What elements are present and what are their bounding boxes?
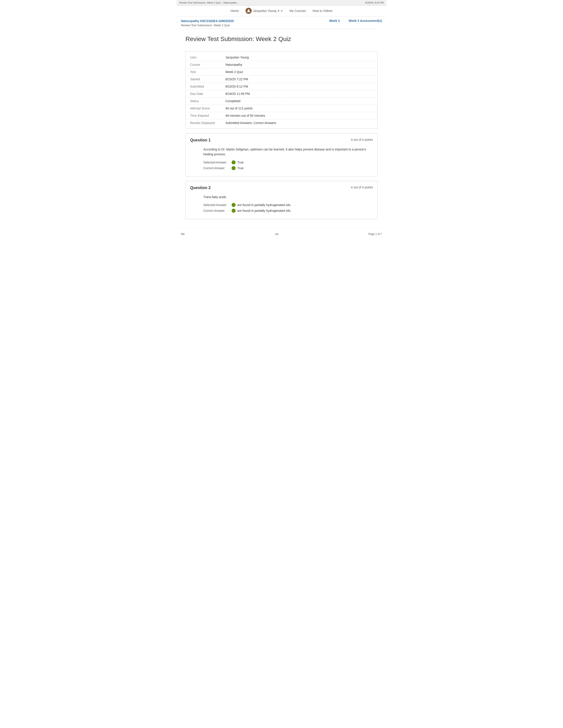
info-value-user: Jacquelyn Young [225, 56, 249, 59]
info-row-course: Course Naturopathy [186, 61, 377, 68]
selected-answer-label-2: Selected Answer: [203, 203, 230, 207]
info-value-status: Completed [225, 99, 240, 103]
browser-bar: Review Test Submission: Week 2 Quiz – Na… [177, 0, 386, 6]
info-row-submitted: Submitted 8/15/20 8:12 PM [186, 83, 377, 90]
info-value-submitted: 8/15/20 8:12 PM [225, 85, 248, 88]
info-value-course: Naturopathy [225, 63, 242, 66]
top-navigation: Home Jacquelyn Young 4 ▼ My Courses How … [177, 6, 386, 16]
breadcrumb: Naturopathy HSC3182E4-108032020 Review T… [177, 16, 386, 29]
question-1-text: According to Dr. Martin Seligman, optimi… [203, 147, 373, 157]
question-2-title: Question 2 [190, 186, 211, 190]
selected-answer-label-1: Selected Answer: [203, 161, 230, 164]
question-1-section: Question 1 4 out of 4 points According t… [185, 133, 378, 176]
breadcrumb-sub: Review Test Submission: Week 2 Quiz [181, 23, 247, 27]
info-label-results-displayed: Results Displayed [190, 121, 225, 125]
info-row-user: User Jacquelyn Young [186, 54, 377, 61]
breadcrumb-course[interactable]: Naturopathy HSC3182E4-108032020 [181, 19, 234, 23]
browser-title: Review Test Submission: Week 2 Quiz – Na… [179, 1, 239, 4]
info-row-test: Test Week 2 Quiz [186, 68, 377, 76]
info-value-results-displayed: Submitted Answers, Correct Answers [225, 121, 276, 125]
info-row-status: Status Completed [186, 98, 377, 105]
info-value-due-date: 8/16/20 11:59 PM [225, 92, 250, 96]
footer-center: ive [275, 233, 278, 236]
question-1-selected-answer: Selected Answer: ✓ True [203, 160, 373, 164]
info-label-attempt-score: Attempt Score [190, 107, 225, 110]
correct-answer-label-2: Correct Answer: [203, 209, 230, 212]
browser-datetime: 8/28/20, 8:20 PM [365, 1, 384, 4]
footer-left: file: [181, 233, 185, 236]
correct-answer-label-1: Correct Answer: [203, 166, 230, 170]
question-2-selected-answer: Selected Answer: ✓ are found in partiall… [203, 203, 373, 207]
user-name: Jacquelyn Young [253, 9, 276, 13]
breadcrumb-week[interactable]: Week 2 [329, 19, 340, 23]
footer: file: ive Page 1 of 7 [177, 228, 386, 240]
info-label-submitted: Submitted [190, 85, 225, 88]
info-label-status: Status [190, 99, 225, 103]
info-label-started: Started [190, 77, 225, 81]
question-2-header: Question 2 4 out of 4 points [190, 186, 373, 190]
info-value-time-elapsed: 49 minutes out of 50 minutes [225, 114, 265, 117]
correct-check-icon-2: ✓ [231, 203, 235, 207]
question-2-text: Trans-fatty acids [203, 195, 373, 199]
page-title: Review Test Submission: Week 2 Quiz [177, 29, 386, 47]
info-label-course: Course [190, 63, 225, 66]
correct-answer-value-2: are found in partially hydrogenated oils… [237, 209, 291, 212]
info-row-started: Started 8/15/20 7:22 PM [186, 76, 377, 83]
correct-check-icon-1: ✓ [231, 160, 235, 164]
info-table: User Jacquelyn Young Course Naturopathy … [185, 51, 378, 129]
nav-home[interactable]: Home [230, 9, 239, 13]
breadcrumb-left: Naturopathy HSC3182E4-108032020 Review T… [181, 19, 247, 27]
question-1-points: 4 out of 4 points [351, 138, 373, 141]
info-label-test: Test [190, 70, 225, 74]
question-1-body: According to Dr. Martin Seligman, optimi… [190, 147, 373, 170]
nav-my-courses[interactable]: My Courses [290, 9, 306, 13]
user-info: Jacquelyn Young 4 ▼ [245, 8, 283, 14]
selected-answer-value-1: True [237, 161, 243, 164]
question-2-points: 4 out of 4 points [351, 186, 373, 189]
breadcrumb-right: Week 2 Week 2 Assessment(s) [329, 19, 382, 23]
info-value-started: 8/15/20 7:22 PM [225, 77, 248, 81]
svg-point-0 [248, 9, 249, 11]
question-2-body: Trans-fatty acids Selected Answer: ✓ are… [190, 195, 373, 213]
footer-right: Page 1 of 7 [369, 233, 382, 236]
question-2-correct-answer: Correct Answer: ✓ are found in partially… [203, 209, 373, 213]
info-value-attempt-score: 94 out of 112 points [225, 107, 252, 110]
correct-check-icon-1b: ✓ [231, 166, 235, 170]
question-1-header: Question 1 4 out of 4 points [190, 138, 373, 143]
info-row-results-displayed: Results Displayed Submitted Answers, Cor… [186, 119, 377, 126]
question-1-correct-answer: Correct Answer: ✓ True [203, 166, 373, 170]
nav-how-to-videos[interactable]: How to Videos [313, 9, 333, 13]
question-1-title: Question 1 [190, 138, 211, 143]
user-badge: 4 [277, 9, 279, 13]
info-label-due-date: Due Date [190, 92, 225, 96]
correct-check-icon-2b: ✓ [231, 209, 235, 213]
info-label-time-elapsed: Time Elapsed [190, 114, 225, 117]
info-row-time-elapsed: Time Elapsed 49 minutes out of 50 minute… [186, 112, 377, 119]
info-row-due-date: Due Date 8/16/20 11:59 PM [186, 90, 377, 98]
info-row-attempt-score: Attempt Score 94 out of 112 points [186, 105, 377, 112]
chevron-down-icon[interactable]: ▼ [280, 10, 283, 12]
info-value-test: Week 2 Quiz [225, 70, 243, 74]
correct-answer-value-1: True [237, 166, 243, 170]
breadcrumb-assessment[interactable]: Week 2 Assessment(s) [349, 19, 382, 23]
info-label-user: User [190, 56, 225, 59]
avatar [245, 8, 252, 14]
question-2-section: Question 2 4 out of 4 points Trans-fatty… [185, 181, 378, 219]
selected-answer-value-2: are found in partially hydrogenated oils… [237, 203, 291, 207]
